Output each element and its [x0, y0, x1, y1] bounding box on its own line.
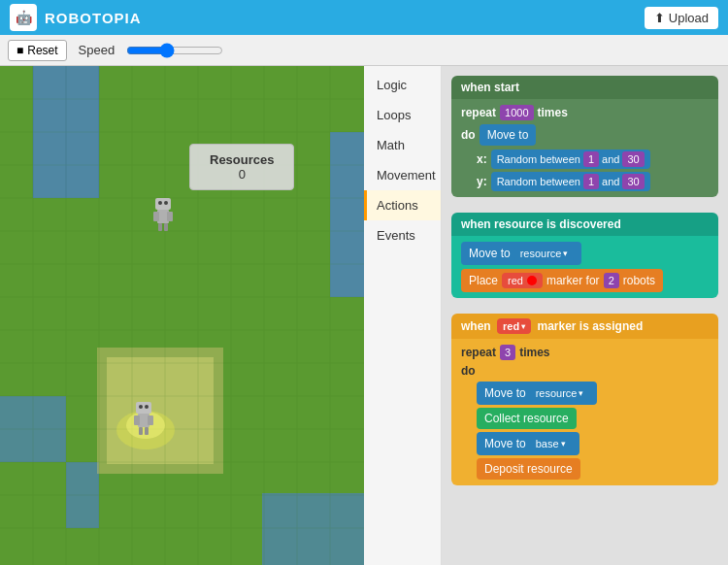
resources-title: Resources [210, 152, 274, 167]
y-label: y: [477, 175, 487, 188]
when-start-body: repeat 1000 times do Move to x: [451, 99, 718, 197]
place-label: Place [469, 274, 498, 287]
x-random-pill[interactable]: Random between 1 and 30 [491, 150, 650, 169]
when-start-header: when start [451, 76, 718, 99]
move-to-block[interactable]: Move to [480, 124, 537, 146]
x-val30[interactable]: 30 [622, 151, 644, 167]
game-canvas [0, 66, 364, 565]
upload-label: Upload [669, 11, 709, 25]
when-resource-block: when resource is discovered Move to reso… [451, 213, 718, 298]
repeat-times-pill[interactable]: 1000 [500, 105, 533, 120]
do-row: do Move to [461, 124, 709, 146]
when-start-block: when start repeat 1000 times do Move to [451, 76, 718, 197]
wma-resource-dropdown[interactable]: resource [530, 385, 590, 401]
repeat-label: repeat [461, 106, 496, 119]
svg-rect-39 [153, 212, 159, 221]
do-label: do [461, 128, 476, 142]
right-panel: Logic Loops Math Movement Actions Events… [364, 66, 728, 565]
header: 🤖 ROBOTOPIA ⬆ Upload [0, 0, 728, 35]
y-val1[interactable]: 1 [583, 174, 599, 189]
svg-rect-9 [107, 357, 214, 464]
x-val1[interactable]: 1 [583, 151, 599, 167]
place-marker-block[interactable]: Place red marker for 2 robots [461, 269, 663, 292]
wma-move-base-row: Move to base [477, 432, 709, 455]
when-marker-body: repeat 3 times do Move to resource [451, 339, 718, 485]
svg-rect-7 [262, 493, 364, 565]
random-between-label2: Random between [497, 176, 580, 187]
marker-assigned-label: marker is assigned [537, 319, 643, 333]
resource-dropdown[interactable]: resource [514, 246, 575, 261]
svg-point-54 [145, 405, 149, 409]
sidebar-item-events[interactable]: Events [364, 220, 441, 250]
num-robots-pill[interactable]: 2 [604, 273, 619, 288]
times-label: times [538, 106, 568, 119]
wma-move-resource-block[interactable]: Move to resource [477, 382, 597, 405]
app-title: ROBOTOPIA [45, 10, 142, 26]
move-to-resource-row: Move to resource [461, 242, 709, 265]
place-marker-row: Place red marker for 2 robots [461, 269, 709, 292]
header-left: 🤖 ROBOTOPIA [10, 4, 142, 31]
collect-label: Collect resource [484, 412, 569, 425]
wma-times-val[interactable]: 3 [500, 345, 515, 360]
wma-move-base-block[interactable]: Move to base [477, 432, 579, 455]
wma-repeat-row: repeat 3 times [461, 345, 709, 360]
deposit-block[interactable]: Deposit resource [477, 458, 580, 480]
wma-times-label: times [519, 346, 549, 359]
when-label: when [461, 319, 491, 333]
logo-icon: 🤖 [10, 4, 37, 31]
svg-rect-47 [136, 402, 151, 414]
y-val30[interactable]: 30 [622, 174, 644, 189]
when-resource-label: when resource is discovered [461, 217, 621, 231]
red-dot [527, 276, 537, 285]
toolbar: ■ Reset Speed [0, 35, 728, 66]
svg-rect-37 [155, 198, 171, 210]
svg-rect-4 [330, 132, 364, 297]
svg-rect-40 [167, 212, 173, 221]
upload-icon: ⬆ [654, 11, 665, 25]
blocks-area: when start repeat 1000 times do Move to [442, 66, 728, 565]
reset-icon: ■ [17, 44, 23, 57]
y-random-pill[interactable]: Random between 1 and 30 [491, 172, 650, 191]
red-pill[interactable]: red [502, 273, 543, 288]
repeat-row: repeat 1000 times [461, 105, 709, 120]
x-row: x: Random between 1 and 30 [477, 150, 709, 169]
svg-point-44 [164, 201, 168, 205]
sidebar-item-logic[interactable]: Logic [364, 70, 441, 100]
collect-block[interactable]: Collect resource [477, 408, 577, 429]
xy-indent: x: Random between 1 and 30 y: Rando [461, 150, 709, 191]
robots-label: robots [623, 274, 655, 287]
collect-row: Collect resource [477, 408, 709, 429]
speed-slider[interactable] [126, 43, 223, 58]
sidebar-item-loops[interactable]: Loops [364, 100, 441, 130]
red-marker-pill[interactable]: red ▾ [497, 318, 531, 334]
sidebar-item-movement[interactable]: Movement [364, 160, 441, 190]
svg-rect-41 [158, 223, 162, 231]
main-area: Resources 0 Logic Loops Math Movement Ac… [0, 66, 728, 565]
reset-button[interactable]: ■ Reset [8, 40, 67, 61]
resources-popup: Resources 0 [189, 144, 294, 190]
random-between-label1: Random between [497, 153, 580, 165]
marker-for-label: marker for [546, 274, 600, 287]
category-menu: Logic Loops Math Movement Actions Events [364, 66, 442, 565]
move-to-resource-block[interactable]: Move to resource [461, 242, 581, 265]
svg-rect-52 [145, 427, 149, 435]
svg-rect-51 [139, 427, 143, 435]
game-area: Resources 0 [0, 66, 364, 565]
sidebar-item-actions[interactable]: Actions [364, 190, 441, 220]
resource-label: resource [520, 248, 562, 259]
when-marker-header: when red ▾ marker is assigned [451, 314, 718, 339]
svg-rect-49 [134, 415, 140, 425]
dropdown-arrow: ▾ [521, 322, 525, 331]
svg-point-43 [158, 201, 162, 205]
speed-label: Speed [79, 43, 116, 57]
wma-do-row: do [461, 364, 709, 378]
x-label: x: [477, 152, 487, 166]
svg-point-53 [139, 405, 143, 409]
y-row: y: Random between 1 and 30 [477, 172, 709, 191]
svg-rect-50 [148, 415, 153, 425]
and-label1: and [602, 153, 619, 165]
and-label2: and [602, 176, 619, 187]
sidebar-item-math[interactable]: Math [364, 130, 441, 160]
wma-base-dropdown[interactable]: base [530, 436, 572, 451]
upload-button[interactable]: ⬆ Upload [645, 7, 718, 29]
